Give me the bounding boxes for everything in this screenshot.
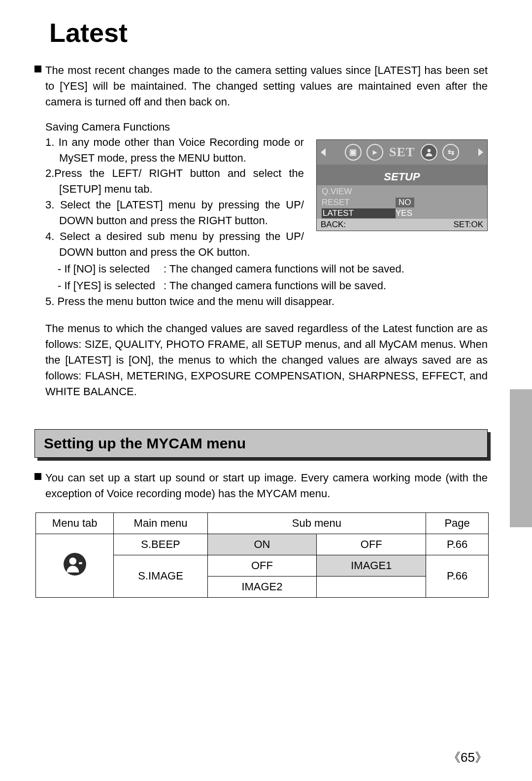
r2-s3: IMAGE2 xyxy=(207,576,317,597)
bullet-icon xyxy=(34,66,41,72)
svg-point-2 xyxy=(69,557,76,565)
step-4b-val: : The changed camera functions will be s… xyxy=(164,278,488,294)
tab-icon-2: ▸ xyxy=(366,144,383,161)
bullet-icon xyxy=(34,473,41,480)
mycam-table: Menu tab Main menu Sub menu Page S.BEEP … xyxy=(35,512,489,598)
step-4a: - If [NO] is selected : The changed came… xyxy=(45,261,488,277)
step-4b-key: - If [YES] is selected xyxy=(58,278,164,294)
r2-s4 xyxy=(317,576,426,597)
camera-menu-screenshot: ▣ ▸ SET ⇆ SETUP Q.VIEW RESETNO LATESTYES xyxy=(316,139,488,260)
tab-icon-4: ⇆ xyxy=(442,144,459,161)
intro-text: The most recent changes made to the came… xyxy=(45,63,488,110)
r1-main: S.BEEP xyxy=(114,534,207,555)
svg-point-0 xyxy=(428,149,431,152)
tab-icon-person xyxy=(421,144,437,161)
section-heading: Setting up the MYCAM menu xyxy=(34,429,488,458)
side-tab xyxy=(510,389,532,527)
r2-s2: IMAGE1 xyxy=(317,555,426,576)
svg-rect-3 xyxy=(79,562,82,564)
intro2-text: You can set up a start up sound or start… xyxy=(45,470,488,502)
step-2: 2.Press the LEFT/ RIGHT button and selec… xyxy=(45,166,304,197)
subheading: Saving Camera Functions xyxy=(45,121,488,134)
cam-back: BACK: xyxy=(321,220,346,230)
steps-list: 1. In any mode other than Voice Recordin… xyxy=(34,135,316,260)
cam-title: SETUP xyxy=(317,170,487,185)
step-4a-val: : The changed camera functions will not … xyxy=(164,261,488,277)
r1-page: P.66 xyxy=(426,534,489,555)
step-4a-key: - If [NO] is selected xyxy=(58,261,164,277)
r2-main: S.IMAGE xyxy=(114,555,207,597)
page-title: Latest xyxy=(49,17,488,48)
tab-icon-set: SET xyxy=(388,144,416,161)
th-mainmenu: Main menu xyxy=(114,512,207,534)
page-number: 《65》 xyxy=(448,749,488,766)
cam-row-reset: RESETNO xyxy=(322,197,482,208)
r1-s2: OFF xyxy=(317,534,426,555)
th-submenu: Sub menu xyxy=(207,512,426,534)
menutab-icon xyxy=(36,534,114,597)
tab-icon-1: ▣ xyxy=(345,144,362,161)
cam-row-qview: Q.VIEW xyxy=(322,186,482,197)
r1-s1: ON xyxy=(207,534,317,555)
step-5: 5. Press the menu button twice and the m… xyxy=(45,294,488,309)
cam-row-latest: LATESTYES xyxy=(322,208,482,219)
notes-paragraph: The menus to which the changed values ar… xyxy=(45,321,488,399)
step-1: 1. In any mode other than Voice Recordin… xyxy=(45,135,304,166)
r2-page: P.66 xyxy=(426,555,489,597)
step-3: 3. Select the [LATEST] menu by pressing … xyxy=(45,197,304,229)
intro2-block: You can set up a start up sound or start… xyxy=(34,470,488,502)
step-4: 4. Select a desired sub menu by pressing… xyxy=(45,229,304,260)
cam-setok: SET:OK xyxy=(454,220,483,230)
right-arrow-icon xyxy=(478,148,483,156)
r2-s1: OFF xyxy=(207,555,317,576)
cam-footer: BACK: SET:OK xyxy=(317,219,487,231)
cam-tab-bar: ▣ ▸ SET ⇆ xyxy=(317,140,487,165)
left-arrow-icon xyxy=(321,148,326,156)
th-menutab: Menu tab xyxy=(36,512,114,534)
step-4b: - If [YES] is selected : The changed cam… xyxy=(45,278,488,294)
th-page: Page xyxy=(426,512,489,534)
section-heading-text: Setting up the MYCAM menu xyxy=(44,435,246,452)
intro-block: The most recent changes made to the came… xyxy=(34,63,488,110)
